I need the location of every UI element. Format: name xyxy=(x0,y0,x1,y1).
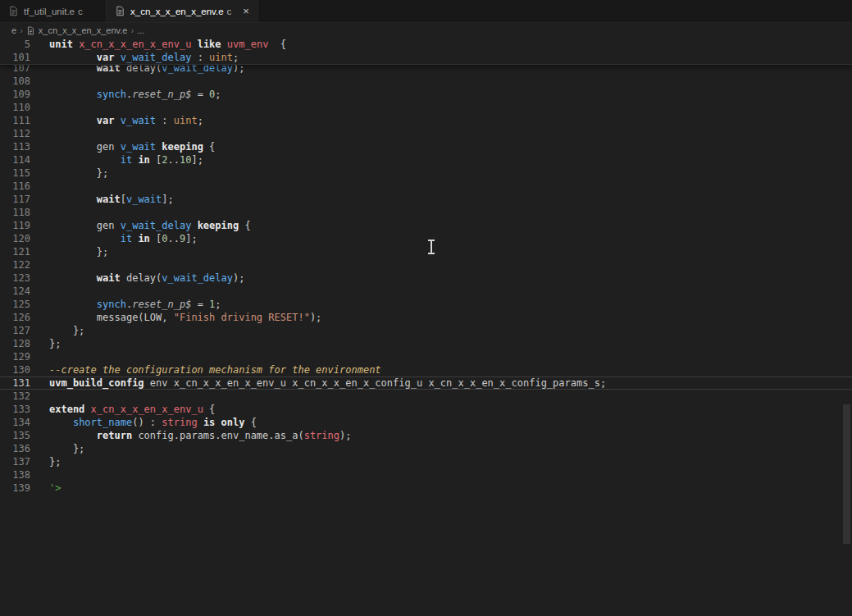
line-content[interactable]: it in [0..9]; xyxy=(49,232,198,245)
code-line-110[interactable]: 110 xyxy=(0,101,852,114)
line-content[interactable]: }; xyxy=(49,442,84,455)
code-line-137[interactable]: 137}; xyxy=(0,455,852,468)
line-number[interactable]: 121 xyxy=(0,245,30,258)
line-content[interactable]: }; xyxy=(49,455,61,468)
code-line-123[interactable]: 123 wait delay(v_wait_delay); xyxy=(0,271,852,285)
line-content[interactable]: it in [2..10]; xyxy=(49,153,203,167)
line-number[interactable]: 136 xyxy=(0,442,30,455)
line-content[interactable]: uvm_build_config env x_cn_x_x_en_x_env_u… xyxy=(49,376,606,390)
code-line-125[interactable]: 125 synch.reset_n_p$ = 1; xyxy=(0,298,852,311)
code-line-111[interactable]: 111 var v_wait : uint; xyxy=(0,114,852,127)
line-content[interactable]: synch.reset_n_p$ = 0; xyxy=(49,88,221,101)
line-number[interactable]: 117 xyxy=(0,193,30,206)
line-number[interactable]: 138 xyxy=(0,468,30,481)
line-number[interactable]: 134 xyxy=(0,416,30,429)
line-number[interactable]: 137 xyxy=(0,455,30,468)
line-number[interactable]: 113 xyxy=(0,140,30,153)
line-content[interactable]: return config.params.env_name.as_a(strin… xyxy=(49,429,351,442)
line-number[interactable]: 128 xyxy=(0,337,30,350)
line-number[interactable]: 132 xyxy=(0,390,30,403)
line-number[interactable]: 126 xyxy=(0,311,30,324)
line-number[interactable]: 109 xyxy=(0,88,30,101)
sticky-scroll[interactable]: 5unit x_cn_x_x_en_x_env_u like uvm_env {… xyxy=(0,38,852,65)
code-line-128[interactable]: 128}; xyxy=(0,337,852,350)
line-content[interactable]: synch.reset_n_p$ = 1; xyxy=(49,298,221,311)
line-number[interactable]: 5 xyxy=(0,38,30,51)
line-content[interactable]: unit x_cn_x_x_en_x_env_u like uvm_env { xyxy=(49,38,286,51)
code-line-136[interactable]: 136 }; xyxy=(0,442,852,455)
code-line-114[interactable]: 114 it in [2..10]; xyxy=(0,153,852,167)
line-number[interactable]: 120 xyxy=(0,232,30,245)
line-number[interactable]: 139 xyxy=(0,481,30,495)
line-content[interactable]: gen v_wait_delay keeping { xyxy=(49,219,251,232)
line-content[interactable]: gen v_wait keeping { xyxy=(49,140,215,153)
code-line-132[interactable]: 132 xyxy=(0,390,852,403)
line-content[interactable]: }; xyxy=(49,324,84,337)
code-line-117[interactable]: 117 wait[v_wait]; xyxy=(0,193,852,206)
code-line-127[interactable]: 127 }; xyxy=(0,324,852,337)
code-line-112[interactable]: 112 xyxy=(0,127,852,140)
line-number[interactable]: 112 xyxy=(0,127,30,140)
line-number[interactable]: 101 xyxy=(0,51,30,64)
code-line-138[interactable]: 138 xyxy=(0,468,852,481)
line-number[interactable]: 119 xyxy=(0,219,30,232)
code-line-133[interactable]: 133extend x_cn_x_x_en_x_env_u { xyxy=(0,403,852,416)
line-number[interactable]: 108 xyxy=(0,75,30,88)
code-line-116[interactable]: 116 xyxy=(0,180,852,193)
line-content[interactable]: var v_wait_delay : uint; xyxy=(49,51,239,64)
line-number[interactable]: 129 xyxy=(0,350,30,363)
line-number[interactable]: 110 xyxy=(0,101,30,114)
line-number[interactable]: 131 xyxy=(0,376,30,390)
code-line-134[interactable]: 134 short_name() : string is only { xyxy=(0,416,852,429)
line-content[interactable]: --create the configuration mechanism for… xyxy=(49,363,381,376)
code-line-135[interactable]: 135 return config.params.env_name.as_a(s… xyxy=(0,429,852,442)
line-content[interactable]: message(LOW, "Finish driving RESET!"); xyxy=(49,311,321,324)
breadcrumb-file[interactable]: x_cn_x_x_en_x_env.e xyxy=(39,25,128,35)
line-content[interactable]: }; xyxy=(49,245,108,258)
line-number[interactable]: 123 xyxy=(0,271,30,285)
line-number[interactable]: 115 xyxy=(0,167,30,180)
line-content[interactable]: short_name() : string is only { xyxy=(49,416,257,429)
code-line-113[interactable]: 113 gen v_wait keeping { xyxy=(0,140,852,153)
code-line-5[interactable]: 5unit x_cn_x_x_en_x_env_u like uvm_env { xyxy=(0,38,852,51)
code-line-129[interactable]: 129 xyxy=(0,350,852,363)
scrollbar-thumb[interactable] xyxy=(843,404,850,544)
line-number[interactable]: 130 xyxy=(0,363,30,376)
line-number[interactable]: 127 xyxy=(0,324,30,337)
code-line-121[interactable]: 121 }; xyxy=(0,245,852,258)
code-line-139[interactable]: 139'> xyxy=(0,481,852,495)
line-number[interactable]: 116 xyxy=(0,180,30,193)
code-line-108[interactable]: 108 xyxy=(0,75,852,88)
code-line-120[interactable]: 120 it in [0..9]; xyxy=(0,232,852,245)
line-content[interactable]: }; xyxy=(49,337,61,350)
code-line-130[interactable]: 130--create the configuration mechanism … xyxy=(0,363,852,376)
code-line-101[interactable]: 101 var v_wait_delay : uint; xyxy=(0,51,852,64)
line-number[interactable]: 124 xyxy=(0,285,30,298)
code-line-115[interactable]: 115 }; xyxy=(0,167,852,180)
line-number[interactable]: 118 xyxy=(0,206,30,219)
line-content[interactable]: extend x_cn_x_x_en_x_env_u { xyxy=(49,403,215,416)
close-icon[interactable]: × xyxy=(243,6,249,16)
code-editor[interactable]: 107 wait delay(v_wait_delay);108109 sync… xyxy=(0,38,852,616)
breadcrumb-folder[interactable]: e xyxy=(11,25,16,35)
line-number[interactable]: 125 xyxy=(0,298,30,311)
line-content[interactable]: '> xyxy=(49,481,61,495)
code-line-118[interactable]: 118 xyxy=(0,206,852,219)
line-number[interactable]: 122 xyxy=(0,258,30,271)
line-content[interactable]: }; xyxy=(49,167,108,180)
line-number[interactable]: 114 xyxy=(0,153,30,167)
tab-env-file[interactable]: x_cn_x_x_en_x_env.e c × xyxy=(107,0,258,22)
code-line-131[interactable]: 131uvm_build_config env x_cn_x_x_en_x_en… xyxy=(0,376,852,390)
code-line-124[interactable]: 124 xyxy=(0,285,852,298)
code-line-119[interactable]: 119 gen v_wait_delay keeping { xyxy=(0,219,852,232)
line-content[interactable]: var v_wait : uint; xyxy=(49,114,203,127)
code-line-122[interactable]: 122 xyxy=(0,258,852,271)
code-line-109[interactable]: 109 synch.reset_n_p$ = 0; xyxy=(0,88,852,101)
line-content[interactable]: wait[v_wait]; xyxy=(49,193,174,206)
line-number[interactable]: 133 xyxy=(0,403,30,416)
line-number[interactable]: 135 xyxy=(0,429,30,442)
code-line-126[interactable]: 126 message(LOW, "Finish driving RESET!"… xyxy=(0,311,852,324)
breadcrumb-symbol[interactable]: ... xyxy=(137,25,144,35)
line-number[interactable]: 111 xyxy=(0,114,30,127)
line-content[interactable]: wait delay(v_wait_delay); xyxy=(49,271,244,285)
